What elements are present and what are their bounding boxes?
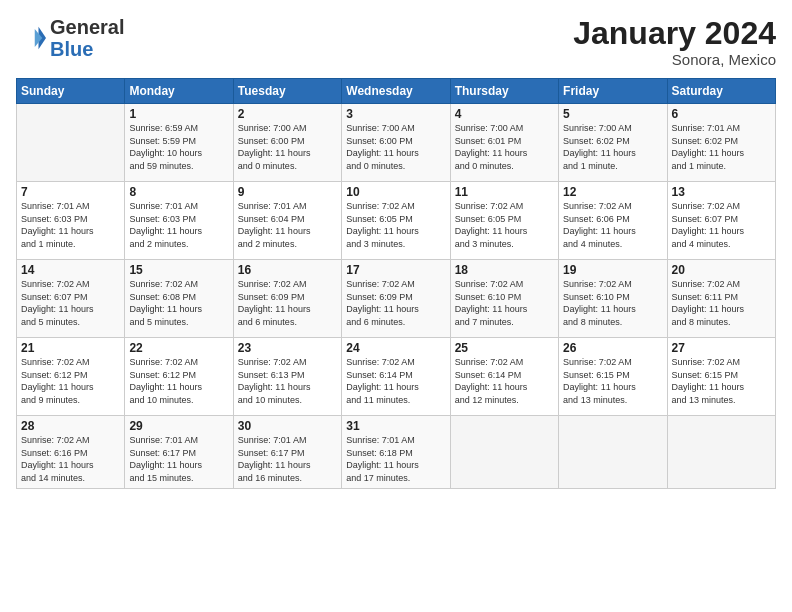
logo-blue-text: Blue <box>50 38 93 60</box>
day-number: 26 <box>563 341 662 355</box>
logo-general-text: General <box>50 16 124 38</box>
calendar-week-row: 14Sunrise: 7:02 AM Sunset: 6:07 PM Dayli… <box>17 260 776 338</box>
day-number: 24 <box>346 341 445 355</box>
calendar-cell: 24Sunrise: 7:02 AM Sunset: 6:14 PM Dayli… <box>342 338 450 416</box>
day-number: 8 <box>129 185 228 199</box>
calendar-cell: 1Sunrise: 6:59 AM Sunset: 5:59 PM Daylig… <box>125 104 233 182</box>
calendar-cell <box>17 104 125 182</box>
day-number: 10 <box>346 185 445 199</box>
calendar-cell: 23Sunrise: 7:02 AM Sunset: 6:13 PM Dayli… <box>233 338 341 416</box>
day-info: Sunrise: 7:01 AM Sunset: 6:17 PM Dayligh… <box>129 434 228 484</box>
day-info: Sunrise: 7:02 AM Sunset: 6:09 PM Dayligh… <box>238 278 337 328</box>
day-header: Saturday <box>667 79 775 104</box>
day-info: Sunrise: 7:02 AM Sunset: 6:10 PM Dayligh… <box>563 278 662 328</box>
day-number: 31 <box>346 419 445 433</box>
day-info: Sunrise: 7:01 AM Sunset: 6:03 PM Dayligh… <box>129 200 228 250</box>
day-info: Sunrise: 7:02 AM Sunset: 6:16 PM Dayligh… <box>21 434 120 484</box>
day-info: Sunrise: 7:02 AM Sunset: 6:08 PM Dayligh… <box>129 278 228 328</box>
calendar-cell: 13Sunrise: 7:02 AM Sunset: 6:07 PM Dayli… <box>667 182 775 260</box>
day-number: 12 <box>563 185 662 199</box>
day-info: Sunrise: 7:01 AM Sunset: 6:18 PM Dayligh… <box>346 434 445 484</box>
calendar-header: General Blue January 2024 Sonora, Mexico <box>16 16 776 68</box>
calendar-cell: 25Sunrise: 7:02 AM Sunset: 6:14 PM Dayli… <box>450 338 558 416</box>
calendar-week-row: 21Sunrise: 7:02 AM Sunset: 6:12 PM Dayli… <box>17 338 776 416</box>
calendar-cell: 17Sunrise: 7:02 AM Sunset: 6:09 PM Dayli… <box>342 260 450 338</box>
day-number: 13 <box>672 185 771 199</box>
day-info: Sunrise: 7:01 AM Sunset: 6:02 PM Dayligh… <box>672 122 771 172</box>
calendar-cell: 15Sunrise: 7:02 AM Sunset: 6:08 PM Dayli… <box>125 260 233 338</box>
day-info: Sunrise: 7:02 AM Sunset: 6:15 PM Dayligh… <box>672 356 771 406</box>
header-row: SundayMondayTuesdayWednesdayThursdayFrid… <box>17 79 776 104</box>
day-info: Sunrise: 7:01 AM Sunset: 6:03 PM Dayligh… <box>21 200 120 250</box>
day-number: 23 <box>238 341 337 355</box>
day-info: Sunrise: 7:02 AM Sunset: 6:05 PM Dayligh… <box>455 200 554 250</box>
day-info: Sunrise: 7:00 AM Sunset: 6:00 PM Dayligh… <box>346 122 445 172</box>
calendar-cell: 22Sunrise: 7:02 AM Sunset: 6:12 PM Dayli… <box>125 338 233 416</box>
calendar-cell: 3Sunrise: 7:00 AM Sunset: 6:00 PM Daylig… <box>342 104 450 182</box>
day-info: Sunrise: 6:59 AM Sunset: 5:59 PM Dayligh… <box>129 122 228 172</box>
calendar-week-row: 28Sunrise: 7:02 AM Sunset: 6:16 PM Dayli… <box>17 416 776 488</box>
day-number: 25 <box>455 341 554 355</box>
calendar-table: SundayMondayTuesdayWednesdayThursdayFrid… <box>16 78 776 488</box>
day-header: Sunday <box>17 79 125 104</box>
day-number: 11 <box>455 185 554 199</box>
calendar-cell: 12Sunrise: 7:02 AM Sunset: 6:06 PM Dayli… <box>559 182 667 260</box>
day-header: Friday <box>559 79 667 104</box>
day-header: Monday <box>125 79 233 104</box>
day-number: 29 <box>129 419 228 433</box>
calendar-cell: 11Sunrise: 7:02 AM Sunset: 6:05 PM Dayli… <box>450 182 558 260</box>
day-info: Sunrise: 7:02 AM Sunset: 6:12 PM Dayligh… <box>129 356 228 406</box>
day-number: 18 <box>455 263 554 277</box>
calendar-cell: 14Sunrise: 7:02 AM Sunset: 6:07 PM Dayli… <box>17 260 125 338</box>
calendar-cell: 7Sunrise: 7:01 AM Sunset: 6:03 PM Daylig… <box>17 182 125 260</box>
calendar-cell: 9Sunrise: 7:01 AM Sunset: 6:04 PM Daylig… <box>233 182 341 260</box>
calendar-cell: 8Sunrise: 7:01 AM Sunset: 6:03 PM Daylig… <box>125 182 233 260</box>
logo: General Blue <box>16 16 124 60</box>
day-info: Sunrise: 7:00 AM Sunset: 6:01 PM Dayligh… <box>455 122 554 172</box>
calendar-cell: 20Sunrise: 7:02 AM Sunset: 6:11 PM Dayli… <box>667 260 775 338</box>
calendar-cell: 4Sunrise: 7:00 AM Sunset: 6:01 PM Daylig… <box>450 104 558 182</box>
calendar-cell: 18Sunrise: 7:02 AM Sunset: 6:10 PM Dayli… <box>450 260 558 338</box>
day-number: 22 <box>129 341 228 355</box>
calendar-cell: 16Sunrise: 7:02 AM Sunset: 6:09 PM Dayli… <box>233 260 341 338</box>
calendar-cell <box>450 416 558 488</box>
calendar-cell: 6Sunrise: 7:01 AM Sunset: 6:02 PM Daylig… <box>667 104 775 182</box>
day-info: Sunrise: 7:02 AM Sunset: 6:14 PM Dayligh… <box>455 356 554 406</box>
title-block: January 2024 Sonora, Mexico <box>573 16 776 68</box>
calendar-cell: 27Sunrise: 7:02 AM Sunset: 6:15 PM Dayli… <box>667 338 775 416</box>
day-number: 6 <box>672 107 771 121</box>
day-info: Sunrise: 7:01 AM Sunset: 6:04 PM Dayligh… <box>238 200 337 250</box>
calendar-cell <box>559 416 667 488</box>
day-info: Sunrise: 7:02 AM Sunset: 6:05 PM Dayligh… <box>346 200 445 250</box>
calendar-cell: 2Sunrise: 7:00 AM Sunset: 6:00 PM Daylig… <box>233 104 341 182</box>
calendar-cell <box>667 416 775 488</box>
day-number: 3 <box>346 107 445 121</box>
day-number: 7 <box>21 185 120 199</box>
day-info: Sunrise: 7:02 AM Sunset: 6:07 PM Dayligh… <box>672 200 771 250</box>
calendar-cell: 10Sunrise: 7:02 AM Sunset: 6:05 PM Dayli… <box>342 182 450 260</box>
calendar-cell: 28Sunrise: 7:02 AM Sunset: 6:16 PM Dayli… <box>17 416 125 488</box>
day-number: 19 <box>563 263 662 277</box>
day-info: Sunrise: 7:02 AM Sunset: 6:15 PM Dayligh… <box>563 356 662 406</box>
calendar-cell: 19Sunrise: 7:02 AM Sunset: 6:10 PM Dayli… <box>559 260 667 338</box>
day-number: 28 <box>21 419 120 433</box>
day-number: 27 <box>672 341 771 355</box>
calendar-container: General Blue January 2024 Sonora, Mexico… <box>0 0 792 612</box>
day-info: Sunrise: 7:00 AM Sunset: 6:00 PM Dayligh… <box>238 122 337 172</box>
day-info: Sunrise: 7:02 AM Sunset: 6:13 PM Dayligh… <box>238 356 337 406</box>
calendar-week-row: 7Sunrise: 7:01 AM Sunset: 6:03 PM Daylig… <box>17 182 776 260</box>
day-number: 14 <box>21 263 120 277</box>
day-header: Wednesday <box>342 79 450 104</box>
day-number: 20 <box>672 263 771 277</box>
day-info: Sunrise: 7:02 AM Sunset: 6:12 PM Dayligh… <box>21 356 120 406</box>
day-number: 16 <box>238 263 337 277</box>
logo-icon <box>16 23 46 53</box>
day-info: Sunrise: 7:02 AM Sunset: 6:11 PM Dayligh… <box>672 278 771 328</box>
calendar-cell: 31Sunrise: 7:01 AM Sunset: 6:18 PM Dayli… <box>342 416 450 488</box>
day-number: 5 <box>563 107 662 121</box>
day-info: Sunrise: 7:02 AM Sunset: 6:10 PM Dayligh… <box>455 278 554 328</box>
day-info: Sunrise: 7:02 AM Sunset: 6:09 PM Dayligh… <box>346 278 445 328</box>
location: Sonora, Mexico <box>573 51 776 68</box>
calendar-body: 1Sunrise: 6:59 AM Sunset: 5:59 PM Daylig… <box>17 104 776 488</box>
calendar-cell: 29Sunrise: 7:01 AM Sunset: 6:17 PM Dayli… <box>125 416 233 488</box>
